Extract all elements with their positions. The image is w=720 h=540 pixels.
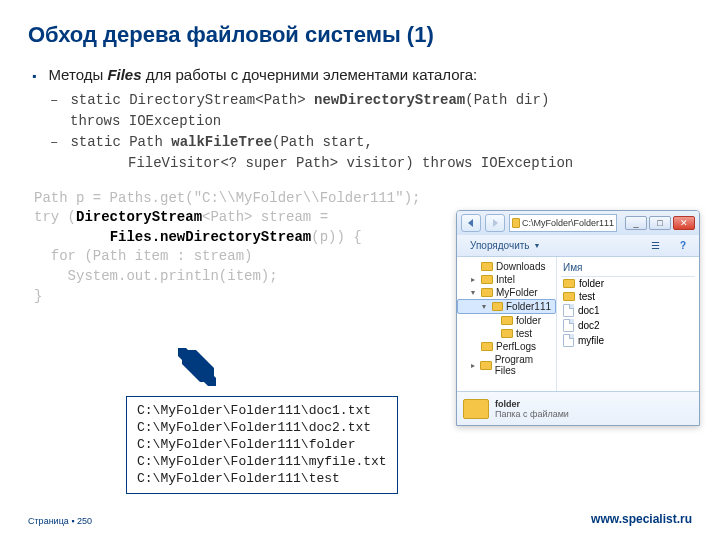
explorer-preview-pane: folder Папка с файлами <box>457 391 699 425</box>
arrow-icon <box>174 344 220 394</box>
file-icon <box>563 319 574 332</box>
folder-icon <box>563 279 575 288</box>
tree-selected-folder[interactable]: ▾Folder111 <box>457 299 556 314</box>
view-icon[interactable]: ☰ <box>644 238 667 253</box>
file-icon <box>563 334 574 347</box>
nav-forward-button[interactable] <box>485 214 505 232</box>
column-header-name[interactable]: Имя <box>561 260 695 277</box>
explorer-toolbar: Упорядочить▼ ☰ ? <box>457 235 699 257</box>
signature-newDirectoryStream: –static DirectoryStream<Path> newDirecto… <box>50 91 692 110</box>
file-icon <box>563 304 574 317</box>
help-icon[interactable]: ? <box>673 238 693 253</box>
explorer-file-list[interactable]: Имя folder test doc1 doc2 myfile <box>557 257 699 391</box>
footer-page: Страница ▪ 250 <box>28 516 92 526</box>
signature-walkFileTree: –static Path walkFileTree(Path start, <box>50 133 692 152</box>
signature-newDirectoryStream-throws: throws IOException <box>70 112 692 131</box>
minimize-button[interactable]: _ <box>625 216 647 230</box>
folder-icon <box>463 399 489 419</box>
maximize-button[interactable]: □ <box>649 216 671 230</box>
explorer-window: C:\MyFolder\Folder111 _ □ ✕ Упорядочить▼… <box>456 210 700 426</box>
svg-marker-4 <box>468 219 473 227</box>
explorer-tree[interactable]: Downloads ▸Intel ▾MyFolder ▾Folder111 fo… <box>457 257 557 391</box>
explorer-titlebar: C:\MyFolder\Folder111 _ □ ✕ <box>457 211 699 235</box>
slide-title: Обход дерева файловой системы (1) <box>28 22 692 48</box>
svg-marker-5 <box>493 219 498 227</box>
folder-icon <box>512 218 520 228</box>
close-button[interactable]: ✕ <box>673 216 695 230</box>
address-bar[interactable]: C:\MyFolder\Folder111 <box>509 214 617 232</box>
footer-site: www.specialist.ru <box>591 512 692 526</box>
console-output: C:\MyFolder\Folder111\doc1.txt C:\MyFold… <box>126 396 398 494</box>
nav-back-button[interactable] <box>461 214 481 232</box>
folder-icon <box>563 292 575 301</box>
organize-button[interactable]: Упорядочить▼ <box>463 238 547 253</box>
bullet-methods: Методы Files для работы с дочерними элем… <box>32 66 692 83</box>
signature-walkFileTree-line2: FileVisitor<? super Path> visitor) throw… <box>128 154 692 173</box>
